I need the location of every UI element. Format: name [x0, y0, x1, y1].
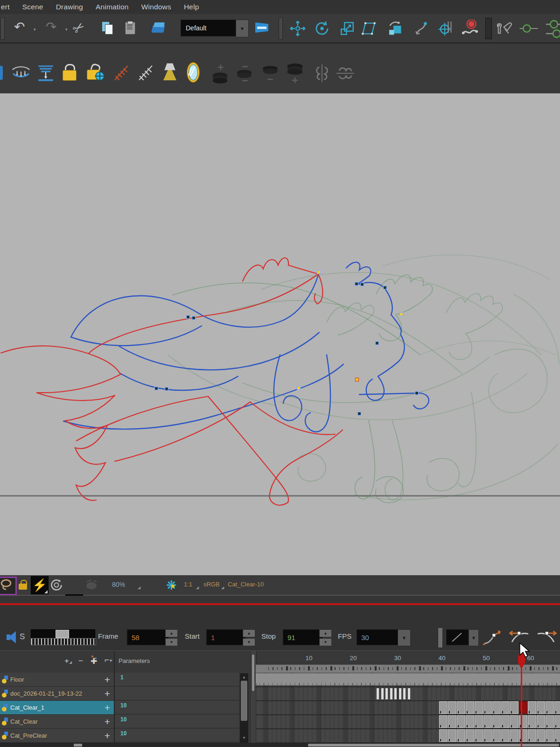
undo-button[interactable]: ↶ — [14, 21, 25, 34]
toolbar-grip[interactable] — [438, 627, 443, 648]
exposure-cell[interactable] — [537, 701, 545, 714]
stop-spinner[interactable]: ▲▼ — [319, 629, 332, 646]
exposure-stripe[interactable] — [408, 688, 410, 699]
expand-layer-button[interactable]: + — [105, 689, 110, 698]
rotate-tool[interactable] — [314, 20, 330, 37]
ease-out-icon[interactable] — [535, 628, 558, 646]
exposure-stripe[interactable] — [399, 688, 401, 699]
exposure-cell[interactable] — [457, 729, 465, 742]
exposure-cell[interactable] — [546, 729, 554, 742]
control-point[interactable] — [358, 412, 361, 416]
exposure-cell[interactable] — [510, 715, 518, 728]
layer-row-Cat_PreClear[interactable]: Cat_PreClear+ — [0, 729, 114, 743]
exposure-cell[interactable] — [466, 701, 474, 714]
exposure-cell[interactable] — [528, 701, 536, 714]
tool-preset-dropdown-button[interactable]: ▼ — [236, 20, 249, 37]
exposure-cell[interactable] — [501, 715, 510, 728]
playback-range-slider[interactable] — [31, 629, 95, 638]
camera-view-canvas[interactable] — [0, 93, 560, 575]
exposure-cell[interactable] — [448, 701, 456, 714]
exposure-cell[interactable] — [519, 729, 527, 742]
flip-vertical-icon[interactable] — [335, 63, 356, 84]
exposure-cell[interactable] — [492, 701, 501, 714]
spline-offset-tool[interactable] — [461, 20, 479, 37]
exposure-cell[interactable] — [475, 715, 483, 728]
ratio-dropdown-icon[interactable]: ◢ — [196, 585, 199, 590]
control-point[interactable] — [376, 342, 379, 345]
onion-skin-range-icon[interactable] — [36, 64, 55, 82]
menu-item-scene[interactable]: Scene — [22, 3, 43, 11]
control-point[interactable] — [415, 392, 419, 395]
layer-row-Floor[interactable]: Floor+ — [0, 673, 114, 687]
exposure-cell[interactable] — [554, 715, 560, 728]
exposure-cell[interactable] — [466, 729, 474, 742]
exposure-stripe[interactable] — [394, 688, 397, 699]
translate-tool[interactable] — [289, 20, 306, 37]
drawing-substitution-icon[interactable] — [152, 22, 166, 34]
exposure-cell[interactable] — [492, 729, 501, 742]
toolbar-grip[interactable] — [0, 17, 5, 40]
exposure-cell[interactable] — [554, 701, 560, 714]
inverse-kinematics-tool[interactable] — [413, 20, 430, 37]
exposure-cell[interactable] — [439, 729, 448, 742]
menu-item-windows[interactable]: Windows — [141, 3, 171, 11]
skew-tool[interactable] — [361, 21, 377, 36]
fps-select[interactable]: 30 — [357, 629, 402, 645]
exposure-cell[interactable] — [501, 701, 510, 714]
exposure-cell[interactable] — [528, 715, 536, 728]
sound-icon[interactable] — [7, 631, 19, 643]
ruler-tick-band[interactable] — [256, 664, 560, 673]
exposure-stripe[interactable] — [385, 688, 388, 699]
onion-skin-icon[interactable] — [11, 63, 31, 82]
expand-layer-button[interactable]: + — [105, 703, 110, 712]
start-input[interactable]: 1 — [206, 629, 246, 645]
add-drawing-layer-button[interactable]: ✚ — [91, 656, 97, 666]
exposure-cell[interactable] — [510, 729, 518, 742]
exposure-stripe[interactable] — [381, 688, 384, 699]
start-spinner[interactable]: ▲▼ — [243, 629, 255, 646]
exposure-cell[interactable] — [448, 715, 456, 728]
exposure-cell[interactable] — [492, 715, 501, 728]
unlock-target-icon[interactable] — [87, 64, 105, 82]
frame-input[interactable]: 58 — [127, 629, 168, 645]
add-drawing-after-icon[interactable] — [284, 62, 306, 85]
exposure-cell[interactable] — [519, 701, 527, 714]
exposure-cell[interactable] — [457, 701, 465, 714]
interpolation-dropdown-button[interactable]: ▼ — [469, 629, 479, 646]
selected-control-point[interactable] — [317, 271, 321, 274]
peg-icon[interactable] — [519, 22, 539, 35]
layer-row-Cat_Clear[interactable]: Cat_Clear+ — [0, 715, 114, 729]
exposure-cell[interactable] — [439, 715, 448, 728]
exposure-cell[interactable] — [483, 729, 492, 742]
control-point[interactable] — [361, 283, 364, 286]
expand-layer-button[interactable]: + — [105, 675, 110, 684]
fps-dropdown-button[interactable]: ▼ — [398, 629, 411, 646]
color-space-value[interactable]: sRGB — [203, 581, 220, 588]
exposure-cell[interactable] — [519, 715, 527, 728]
lock-icon[interactable] — [19, 580, 28, 590]
lock-icon[interactable] — [63, 64, 77, 81]
exposure-cell[interactable] — [554, 729, 560, 742]
layer-row-doc_2026-01-21_19-13-22[interactable]: doc_2026-01-21_19-13-22+ — [0, 687, 114, 701]
control-point[interactable] — [384, 286, 387, 289]
exposure-cell[interactable] — [483, 701, 492, 714]
render-preview-button[interactable]: ⚡ — [31, 576, 49, 594]
exposure-cell[interactable] — [528, 729, 536, 742]
exposure-cell[interactable] — [475, 729, 483, 742]
control-point[interactable] — [165, 388, 168, 391]
exposure-cell[interactable] — [483, 715, 492, 728]
set-ease-icon[interactable] — [482, 628, 502, 646]
timeline-frames-area[interactable]: 102030405060 — [256, 651, 560, 747]
toolbar-grip[interactable] — [485, 18, 492, 39]
expand-layer-button[interactable]: + — [105, 717, 110, 726]
light-table-icon[interactable] — [162, 63, 177, 82]
zoom-level-value[interactable]: 80% — [112, 581, 125, 588]
control-point[interactable] — [355, 282, 358, 286]
tools-icon[interactable] — [496, 21, 513, 36]
add-layer-button[interactable]: +◢ — [64, 656, 72, 666]
frame-spinner[interactable]: ▲▼ — [165, 629, 178, 646]
cut-button[interactable]: ✂ — [69, 18, 88, 38]
exposure-cell[interactable] — [537, 715, 545, 728]
redo-button[interactable]: ↷ — [46, 21, 56, 34]
selected-control-point[interactable] — [400, 313, 403, 316]
